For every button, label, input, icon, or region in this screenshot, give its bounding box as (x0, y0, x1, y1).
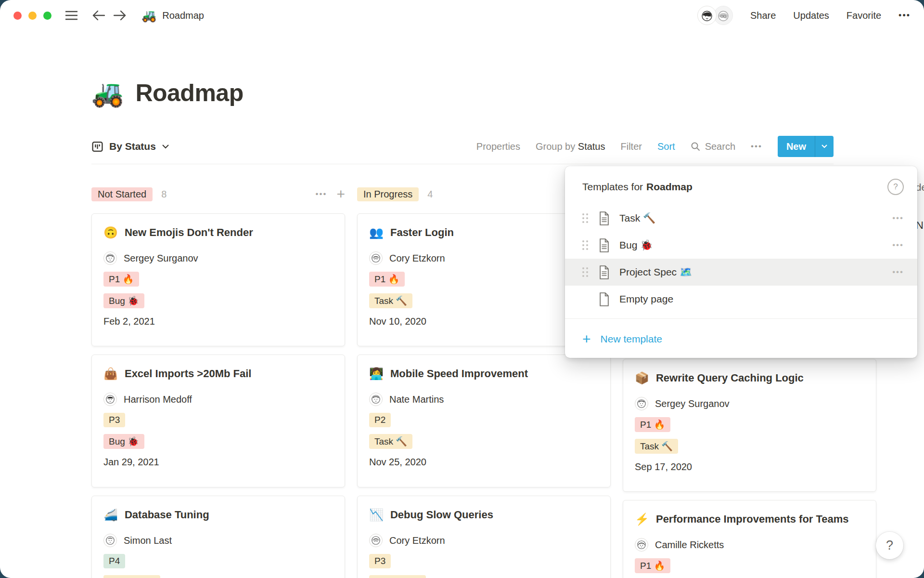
breadcrumb-doc-emoji: 🚜 (141, 9, 156, 23)
card-date: Feb 2, 2021 (103, 316, 333, 327)
breadcrumb-doc-title[interactable]: Roadmap (162, 10, 204, 21)
card-emoji: 👥 (369, 224, 384, 241)
view-switcher[interactable]: By Status (91, 141, 169, 153)
column-add-icon[interactable]: + (336, 187, 345, 201)
card-date: Nov 25, 2020 (369, 457, 599, 468)
assignee-name: Harrison Medoff (124, 394, 192, 405)
template-row-task[interactable]: Task 🔨 ••• (565, 205, 917, 232)
sort-button[interactable]: Sort (657, 141, 675, 152)
favorite-button[interactable]: Favorite (847, 10, 881, 21)
card-performance-improvements-for-teams[interactable]: ⚡Performance Improvements for Teams Cami… (623, 500, 876, 578)
new-button[interactable]: New (778, 136, 834, 157)
card-mobile-speed-improvement[interactable]: 👩‍💻Mobile Speed Improvement Nate Martins… (357, 355, 611, 487)
template-more-icon[interactable]: ••• (892, 240, 904, 250)
priority-pill: P3 (369, 554, 391, 568)
minimize-window-button[interactable] (28, 12, 37, 20)
priority-pill: P3 (103, 413, 125, 427)
card-title-text: Faster Login (390, 224, 454, 241)
collaborator-avatar (697, 6, 717, 25)
template-more-icon[interactable]: ••• (892, 267, 904, 277)
new-template-button[interactable]: + New template (565, 318, 917, 359)
view-more-icon[interactable]: ••• (751, 142, 762, 151)
empty-page-icon (599, 292, 610, 306)
forward-arrow-icon[interactable] (114, 10, 126, 21)
card-date: Nov 10, 2020 (369, 316, 599, 327)
page-icon (599, 265, 610, 279)
card-database-tuning[interactable]: 🚄Database Tuning Simon Last P4 (91, 496, 345, 578)
drag-handle-icon[interactable] (582, 267, 588, 277)
card-rewrite-query-caching-logic[interactable]: 📦Rewrite Query Caching Logic Sergey Surg… (623, 359, 876, 492)
templates-help-icon[interactable]: ? (887, 179, 904, 195)
card-title-text: Database Tuning (125, 507, 209, 523)
page-title: Roadmap (135, 77, 243, 109)
zoom-window-button[interactable] (43, 12, 51, 20)
search-button[interactable]: Search (691, 141, 735, 152)
page-title-emoji[interactable]: 🚜 (91, 77, 124, 109)
assignee-avatar (103, 251, 117, 265)
template-row-empty-page[interactable]: Empty page (565, 286, 917, 313)
column-status-pill[interactable]: Not Started (91, 187, 153, 201)
column-count: 8 (161, 189, 167, 200)
card-title-text: New Emojis Don't Render (125, 224, 253, 241)
template-label: Task 🔨 (619, 212, 655, 224)
type-pill-cropped (369, 575, 426, 578)
card-title-text: Rewrite Query Caching Logic (656, 370, 804, 386)
type-pill: Task 🔨 (369, 293, 412, 308)
group-by-label: Group by (536, 141, 575, 152)
template-more-icon[interactable]: ••• (892, 213, 904, 223)
back-arrow-icon[interactable] (92, 10, 105, 21)
template-row-bug[interactable]: Bug 🐞 ••• (565, 232, 917, 259)
assignee-name: Cory Etzkorn (389, 253, 445, 264)
templates-popup-title: Templates for (582, 181, 643, 193)
assignee-avatar (103, 393, 117, 406)
column-not-started: Not Started 8 ••• + 🙃New Emojis Don't Re… (91, 185, 345, 578)
template-label: Bug 🐞 (619, 239, 653, 251)
card-emoji: 📦 (635, 370, 649, 386)
assignee-name: Sergey Surganov (655, 398, 730, 409)
priority-pill-cropped: P1 🔥 (635, 558, 670, 573)
template-row-project-spec[interactable]: Project Spec 🗺️ ••• (565, 259, 917, 286)
filter-button[interactable]: Filter (621, 141, 642, 152)
type-pill: Bug 🐞 (103, 293, 144, 308)
group-by-button[interactable]: Group by Status (536, 141, 605, 152)
assignee-avatar (635, 538, 648, 552)
close-window-button[interactable] (13, 12, 22, 20)
collaborator-avatars[interactable] (697, 6, 733, 25)
column-count: 4 (427, 189, 433, 200)
sidebar-menu-icon[interactable] (65, 10, 78, 21)
column-header: Not Started 8 ••• + (91, 185, 345, 203)
new-button-label: New (778, 136, 815, 157)
board-view-icon (91, 141, 103, 153)
card-debug-slow-queries[interactable]: 📉Debug Slow Queries Cory Etzkorn P3 (357, 496, 611, 578)
column-status-pill[interactable]: In Progress (357, 187, 419, 201)
traffic-lights (13, 12, 51, 20)
help-button[interactable]: ? (876, 532, 903, 559)
card-emoji: 📉 (369, 507, 384, 523)
new-button-chevron-icon[interactable] (815, 136, 834, 157)
view-toolbar: By Status Properties Group by Status Fil… (91, 136, 834, 164)
type-pill: Task 🔨 (635, 439, 678, 454)
card-emoji: ⚡ (635, 511, 649, 527)
assignee-avatar (635, 397, 648, 410)
updates-button[interactable]: Updates (793, 10, 829, 21)
page-icon (599, 211, 610, 225)
assignee-name: Nate Martins (389, 394, 444, 405)
column-more-icon[interactable]: ••• (316, 189, 327, 199)
assignee-avatar (369, 393, 383, 406)
more-menu-icon[interactable]: ••• (898, 11, 911, 21)
assignee-name: Sergey Surganov (124, 253, 198, 264)
group-by-value: Status (578, 141, 605, 152)
share-button[interactable]: Share (750, 10, 776, 21)
card-new-emojis-dont-render[interactable]: 🙃New Emojis Don't Render Sergey Surganov… (91, 213, 345, 346)
drag-handle-icon[interactable] (582, 213, 588, 223)
assignee-avatar (369, 534, 383, 547)
templates-popup: Templates for Roadmap ? Task 🔨 ••• Bug 🐞… (565, 166, 917, 358)
chevron-down-icon (162, 144, 169, 149)
card-excel-imports-fail[interactable]: 👜Excel Imports >20Mb Fail Harrison Medof… (91, 355, 345, 487)
drag-handle-icon[interactable] (582, 240, 588, 250)
properties-button[interactable]: Properties (476, 141, 520, 152)
type-pill: Task 🔨 (369, 434, 412, 449)
card-emoji: 👩‍💻 (369, 366, 384, 382)
templates-list: Task 🔨 ••• Bug 🐞 ••• Project Spec 🗺️ ••• (565, 205, 917, 318)
templates-popup-header: Templates for Roadmap ? (565, 166, 917, 205)
